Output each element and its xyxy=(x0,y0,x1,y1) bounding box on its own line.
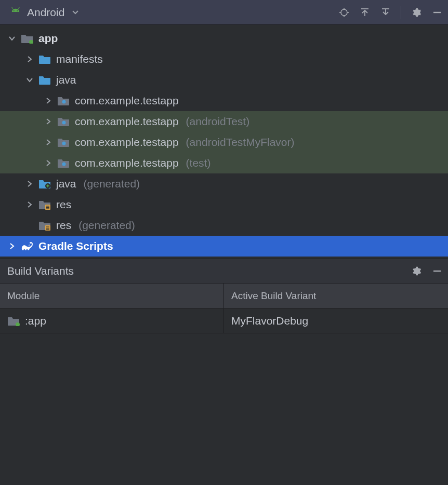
svg-point-15 xyxy=(62,100,66,104)
minimize-icon[interactable] xyxy=(431,265,443,277)
res-folder-icon xyxy=(38,199,51,210)
col-header-variant: Active Build Variant xyxy=(224,284,448,308)
table-row[interactable]: :app MyFlavorDebug xyxy=(0,308,448,333)
svg-point-18 xyxy=(62,163,66,166)
collapse-all-icon[interactable] xyxy=(380,7,391,18)
tree-label: app xyxy=(38,32,58,45)
svg-point-1 xyxy=(17,10,18,11)
module-folder-icon xyxy=(7,315,20,327)
res-folder-icon xyxy=(38,220,51,231)
svg-line-2 xyxy=(12,7,13,9)
panel-title: Build Variants xyxy=(7,265,411,277)
chevron-right-icon[interactable] xyxy=(45,160,52,166)
project-toolbar: Android xyxy=(0,0,448,25)
chevron-right-icon[interactable] xyxy=(26,56,33,62)
module-name: :app xyxy=(25,315,46,327)
android-icon xyxy=(9,7,22,18)
chevron-right-icon[interactable] xyxy=(8,243,16,249)
chevron-down-icon[interactable] xyxy=(8,36,16,41)
chevron-down-icon[interactable] xyxy=(26,77,33,83)
project-view-label[interactable]: Android xyxy=(27,6,64,19)
tree-label: res xyxy=(56,219,71,232)
package-icon xyxy=(57,137,70,148)
gear-icon[interactable] xyxy=(411,7,422,18)
tree-node-java[interactable]: java xyxy=(0,70,448,90)
tree-node-pkg-androidtest[interactable]: com.example.testapp (androidTest) xyxy=(0,111,448,132)
project-tree: app manifests java com.example.testapp xyxy=(0,25,448,259)
variant-name: MyFlavorDebug xyxy=(231,315,308,327)
tree-label: Gradle Scripts xyxy=(38,240,113,252)
generated-folder-icon xyxy=(38,178,51,190)
svg-point-4 xyxy=(341,9,347,16)
cell-variant[interactable]: MyFlavorDebug xyxy=(224,308,448,333)
svg-point-16 xyxy=(62,121,66,125)
cell-module[interactable]: :app xyxy=(0,308,224,333)
svg-point-0 xyxy=(14,10,15,11)
dropdown-icon[interactable] xyxy=(70,7,81,18)
col-header-module: Module xyxy=(0,284,224,308)
build-variants-header: Build Variants xyxy=(0,259,448,284)
toolbar-separator xyxy=(401,6,401,19)
folder-icon xyxy=(38,74,51,86)
tree-node-pkg-androidtestmyflavor[interactable]: com.example.testapp (androidTestMyFlavor… xyxy=(0,132,448,153)
tree-label: java xyxy=(56,74,76,86)
tree-label-suffix: (test) xyxy=(186,157,211,169)
locate-icon[interactable] xyxy=(338,7,350,18)
tree-node-manifests[interactable]: manifests xyxy=(0,49,448,70)
svg-point-17 xyxy=(62,142,66,145)
tree-node-app[interactable]: app xyxy=(0,28,448,49)
chevron-right-icon[interactable] xyxy=(26,201,33,208)
svg-line-3 xyxy=(18,7,19,9)
tree-label-suffix: (generated) xyxy=(84,178,140,190)
tree-node-res[interactable]: res xyxy=(0,194,448,215)
tree-label: manifests xyxy=(56,53,103,65)
tree-node-java-generated[interactable]: java (generated) xyxy=(0,173,448,194)
folder-icon xyxy=(38,53,51,65)
module-folder-icon xyxy=(21,33,33,44)
chevron-right-icon[interactable] xyxy=(45,139,52,145)
build-variants-table: Module Active Build Variant :app MyFlavo… xyxy=(0,284,448,333)
gradle-icon xyxy=(21,240,33,252)
tree-node-pkg-test[interactable]: com.example.testapp (test) xyxy=(0,153,448,173)
chevron-right-icon[interactable] xyxy=(45,98,52,104)
minimize-icon[interactable] xyxy=(431,7,443,18)
gear-icon[interactable] xyxy=(411,265,422,277)
svg-point-27 xyxy=(29,245,30,246)
tree-node-gradle-scripts[interactable]: Gradle Scripts xyxy=(0,236,448,257)
package-icon xyxy=(57,95,70,106)
tree-label: com.example.testapp xyxy=(75,115,179,128)
tree-label: res xyxy=(56,198,71,211)
package-icon xyxy=(57,116,70,127)
chevron-right-icon[interactable] xyxy=(45,118,52,125)
tree-label: com.example.testapp xyxy=(75,95,179,107)
expand-all-icon[interactable] xyxy=(359,7,371,18)
tree-label: com.example.testapp xyxy=(75,136,179,149)
package-icon xyxy=(57,157,70,169)
tree-label-suffix: (androidTest) xyxy=(186,115,250,128)
tree-label-suffix: (androidTestMyFlavor) xyxy=(186,136,295,149)
tree-node-pkg-main[interactable]: com.example.testapp xyxy=(0,90,448,111)
tree-label: com.example.testapp xyxy=(75,157,179,169)
tree-label: java xyxy=(56,178,76,190)
tree-node-res-generated[interactable]: res (generated) xyxy=(0,215,448,236)
chevron-right-icon[interactable] xyxy=(26,181,33,187)
tree-label-suffix: (generated) xyxy=(78,219,135,232)
table-header-row: Module Active Build Variant xyxy=(0,284,448,308)
